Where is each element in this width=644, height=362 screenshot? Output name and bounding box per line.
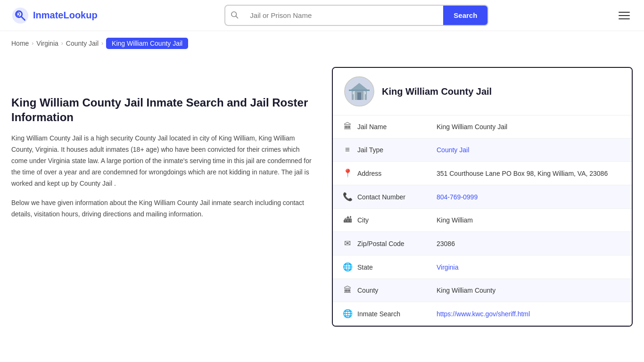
search-bar: Search xyxy=(224,5,488,26)
svg-point-0 xyxy=(12,7,28,23)
svg-rect-8 xyxy=(357,92,361,100)
row-icon: 📞 xyxy=(342,192,353,202)
row-value[interactable]: Virginia xyxy=(427,255,632,279)
hamburger-line-1 xyxy=(619,12,630,13)
jail-avatar xyxy=(344,76,374,107)
breadcrumb-virginia[interactable]: Virginia xyxy=(36,40,58,47)
row-value[interactable]: County Jail xyxy=(427,139,632,162)
table-row: 🏙CityKing William xyxy=(333,209,632,232)
table-row: ≡Jail TypeCounty Jail xyxy=(333,139,632,162)
table-row: 📞Contact Number804-769-0999 xyxy=(333,185,632,209)
info-table: 🏛Jail NameKing William County Jail≡Jail … xyxy=(333,115,632,326)
table-row: 🌐Inmate Searchhttps://www.kwc.gov/sherif… xyxy=(333,302,632,326)
search-icon xyxy=(225,10,243,21)
breadcrumb-county-jail[interactable]: County Jail xyxy=(66,40,99,47)
svg-line-5 xyxy=(236,16,238,18)
row-value: 351 Courthouse Lane PO Box 98, King Will… xyxy=(427,162,632,185)
building-icon xyxy=(348,80,371,103)
left-content: King William County Jail Inmate Search a… xyxy=(11,67,313,327)
page-description: King William County Jail is a high secur… xyxy=(11,133,313,189)
row-icon: 🏛 xyxy=(342,286,353,295)
row-icon: 🏛 xyxy=(342,122,353,132)
main-container: King William County Jail Inmate Search a… xyxy=(0,56,644,346)
chevron-icon-3: › xyxy=(101,40,103,47)
logo-text: InmateLookup xyxy=(33,10,98,21)
chevron-icon-2: › xyxy=(61,40,63,47)
table-row: 🏛CountyKing William County xyxy=(333,279,632,302)
row-link[interactable]: https://www.kwc.gov/sheriff.html xyxy=(437,310,530,318)
row-value: King William County Jail xyxy=(427,115,632,139)
row-label: Jail Name xyxy=(357,123,387,131)
table-row: 🏛Jail NameKing William County Jail xyxy=(333,115,632,139)
hamburger-line-3 xyxy=(619,18,630,19)
row-icon: ✉ xyxy=(342,239,353,248)
row-label: City xyxy=(357,216,369,224)
hamburger-menu[interactable] xyxy=(616,9,633,22)
chevron-icon-1: › xyxy=(32,40,33,47)
logo-accent: Inmate xyxy=(33,10,63,20)
breadcrumb-home[interactable]: Home xyxy=(11,40,29,47)
row-value: King William County xyxy=(427,279,632,302)
table-row: 🌐StateVirginia xyxy=(333,255,632,279)
page-description-2: Below we have given information about th… xyxy=(11,197,313,220)
search-input[interactable] xyxy=(243,7,443,24)
row-label: Jail Type xyxy=(357,146,383,154)
table-row: ✉Zip/Postal Code23086 xyxy=(333,232,632,255)
hamburger-line-2 xyxy=(619,15,630,16)
row-value[interactable]: 804-769-0999 xyxy=(427,185,632,209)
row-label: State xyxy=(357,263,373,271)
svg-marker-14 xyxy=(350,83,369,90)
row-icon: 🌐 xyxy=(342,262,353,272)
table-row: 📍Address351 Courthouse Lane PO Box 98, K… xyxy=(333,162,632,185)
row-icon: 📍 xyxy=(342,168,353,178)
logo[interactable]: Q InmateLookup xyxy=(11,7,98,25)
info-card: King William County Jail 🏛Jail NameKing … xyxy=(332,67,633,327)
row-icon: 🏙 xyxy=(342,215,353,225)
row-label: County xyxy=(357,287,378,294)
row-label: Contact Number xyxy=(357,193,405,201)
row-value[interactable]: https://www.kwc.gov/sheriff.html xyxy=(427,302,632,326)
page-title: King William County Jail Inmate Search a… xyxy=(11,95,313,124)
row-value: 23086 xyxy=(427,232,632,255)
row-value: King William xyxy=(427,209,632,232)
card-title: King William County Jail xyxy=(382,86,492,97)
row-link[interactable]: 804-769-0999 xyxy=(437,193,478,201)
row-label: Address xyxy=(357,170,381,177)
row-icon: 🌐 xyxy=(342,309,353,319)
breadcrumb-active: King William County Jail xyxy=(106,38,188,49)
row-label: Zip/Postal Code xyxy=(357,240,405,247)
logo-icon: Q xyxy=(11,7,29,25)
card-header: King William County Jail xyxy=(333,68,632,115)
breadcrumb: Home › Virginia › County Jail › King Wil… xyxy=(0,31,644,56)
row-label: Inmate Search xyxy=(357,310,400,318)
row-icon: ≡ xyxy=(342,145,353,155)
site-header: Q InmateLookup Search xyxy=(0,0,644,31)
svg-rect-15 xyxy=(349,90,370,91)
svg-text:Q: Q xyxy=(16,11,20,16)
search-button[interactable]: Search xyxy=(443,6,487,25)
row-link[interactable]: Virginia xyxy=(437,263,458,271)
row-link[interactable]: County Jail xyxy=(437,146,469,154)
